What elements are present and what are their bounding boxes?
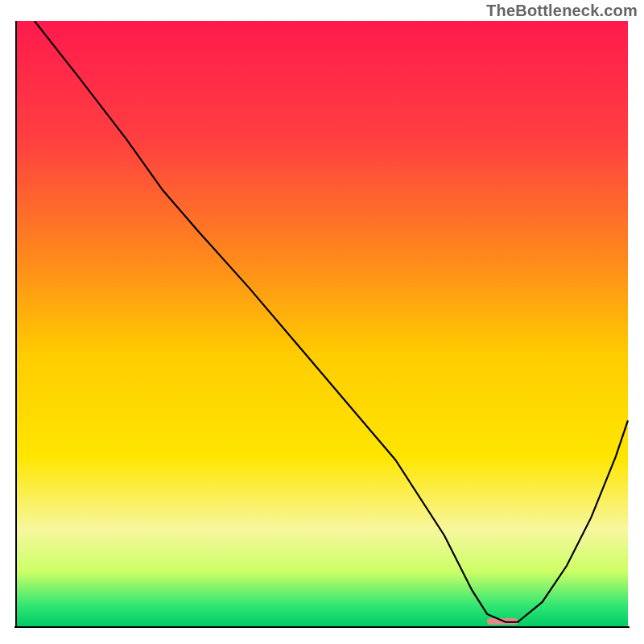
chart-container: TheBottleneck.com [0, 0, 644, 644]
watermark-text: TheBottleneck.com [486, 2, 638, 20]
chart-plot-area [14, 21, 630, 630]
chart-svg [14, 21, 630, 630]
gradient-background [16, 21, 628, 626]
